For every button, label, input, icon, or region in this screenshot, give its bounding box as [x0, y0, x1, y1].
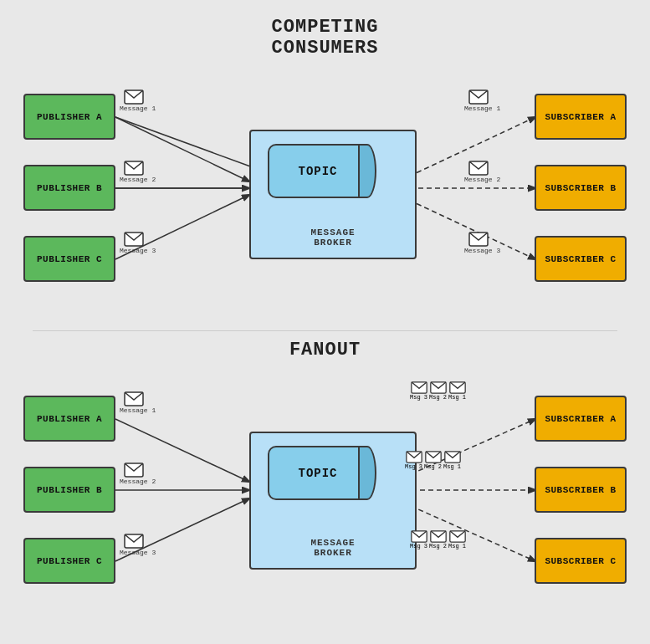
subscriber-a-2: Subscriber A — [535, 396, 627, 442]
broker-2: Topic MessageBroker — [249, 432, 417, 570]
topic-cylinder-1: Topic — [268, 144, 368, 198]
svg-line-0 — [115, 117, 253, 167]
topic-cylinder-2: Topic — [268, 446, 368, 500]
mail-pub-a-2: Message 1 — [124, 391, 144, 411]
cylinder-cap-2 — [358, 446, 376, 500]
subscriber-a-1: Subscriber A — [535, 94, 627, 140]
subscriber-c-2: Subscriber C — [535, 538, 627, 584]
diagram-fanout: Publisher A Publisher B Publisher C Mess… — [17, 373, 633, 624]
subscriber-b-2: Subscriber B — [535, 467, 627, 513]
broker-1: Topic MessageBroker — [249, 130, 417, 259]
publisher-c-1: Publisher C — [23, 236, 115, 282]
mail-pub-b-2: Message 2 — [124, 463, 144, 482]
mail-pub-a-1: Message 1 — [124, 89, 144, 109]
publisher-a-2: Publisher A — [23, 396, 115, 442]
mail-pub-c-1: Message 3 — [124, 232, 144, 251]
mail-sub-c-1: Message 3 — [468, 232, 489, 251]
broker-label-1: MessageBroker — [251, 227, 415, 248]
section1-title: CompetingConsumers — [17, 17, 633, 59]
mail-sub-a-2-group: Msg 3 Msg 2 Msg 1 — [410, 381, 466, 401]
mail-sub-c-2-group: Msg 3 Msg 2 Msg 1 — [410, 530, 466, 549]
cylinder-cap-1 — [358, 144, 376, 198]
mail-sub-b-1: Message 2 — [468, 161, 489, 180]
mail-sub-b-2-group: Msg 3 Msg 2 Msg 1 — [405, 451, 461, 470]
main-container: CompetingConsumers — [0, 0, 650, 644]
subscriber-c-1: Subscriber C — [535, 236, 627, 282]
publisher-b-2: Publisher B — [23, 467, 115, 513]
publisher-c-2: Publisher C — [23, 538, 115, 584]
subscriber-b-1: Subscriber B — [535, 165, 627, 211]
section2-title: Fanout — [17, 340, 633, 360]
section-competing-consumers: CompetingConsumers — [0, 8, 650, 330]
broker-label-2: MessageBroker — [251, 538, 415, 558]
mail-sub-a-1: Message 1 — [468, 89, 489, 109]
publisher-b-1: Publisher B — [23, 165, 115, 211]
publisher-a-1: Publisher A — [23, 94, 115, 140]
mail-pub-b-1: Message 2 — [124, 161, 144, 180]
mail-pub-c-2: Message 3 — [124, 534, 144, 553]
section-fanout: Fanout — [0, 331, 650, 641]
diagram-competing: Publisher A Publisher B Publisher C Mess… — [17, 71, 633, 314]
